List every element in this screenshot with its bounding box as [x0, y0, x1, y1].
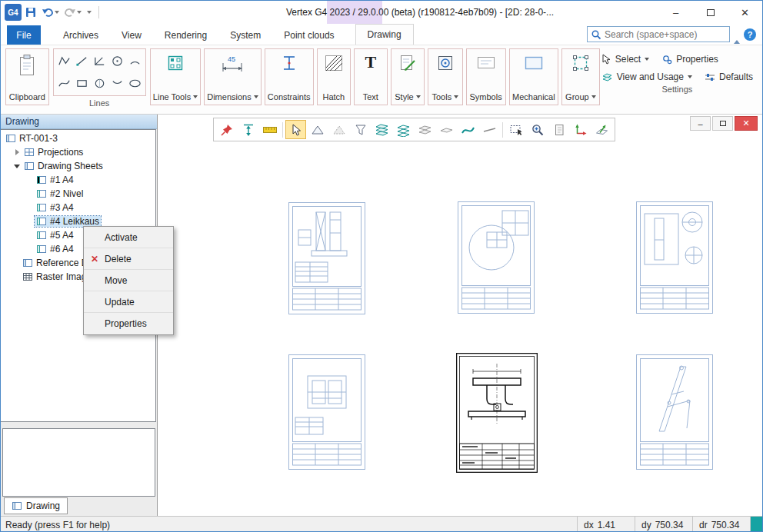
context-menu: Activate ✕Delete Move Update Properties	[83, 226, 174, 335]
tab-point-clouds[interactable]: Point clouds	[272, 25, 345, 45]
tools-button[interactable]: Tools	[428, 48, 462, 105]
select-button[interactable]: Select	[601, 54, 649, 65]
reference-doc-icon	[22, 258, 33, 268]
layers-off-icon[interactable]	[415, 120, 435, 139]
select-cursor-tool[interactable]	[285, 120, 306, 139]
text-button[interactable]: T Text	[354, 48, 388, 105]
tree-item-drawing-sheets[interactable]: Drawing Sheets	[1, 159, 155, 173]
triangle-tool-icon[interactable]	[307, 120, 328, 139]
chevron-down-icon[interactable]	[13, 162, 21, 170]
save-button[interactable]	[23, 4, 38, 21]
tree-item-label: Drawing Sheets	[38, 161, 103, 171]
context-menu-item-move[interactable]: Move	[84, 270, 173, 291]
clipboard-button[interactable]: Clipboard	[5, 48, 49, 105]
ruler-icon[interactable]	[259, 120, 280, 139]
status-dr: dr750.34	[692, 517, 750, 532]
plane-move-icon[interactable]	[591, 120, 612, 139]
paste-page-icon[interactable]	[548, 120, 569, 139]
rectangle-tool[interactable]	[73, 72, 91, 95]
context-menu-item-update[interactable]: Update	[84, 291, 173, 313]
angle-lines-tool[interactable]	[91, 50, 108, 72]
tab-rendering[interactable]: Rendering	[153, 25, 218, 45]
sheet-thumbnail-5-active[interactable]	[456, 353, 538, 473]
sheet-thumbnail-2[interactable]	[458, 201, 535, 314]
layers-on-icon[interactable]	[372, 120, 392, 139]
search-box[interactable]	[587, 26, 730, 42]
sheet-thumbnail-6[interactable]	[636, 354, 713, 470]
line-tools-button[interactable]: Line Tools	[150, 48, 202, 105]
triangle-dim-icon[interactable]	[328, 120, 349, 139]
layers-alt-icon[interactable]	[393, 120, 414, 139]
search-input[interactable]	[605, 29, 726, 40]
tab-view[interactable]: View	[110, 25, 153, 45]
collapse-ribbon-button[interactable]	[734, 29, 740, 40]
minimize-button[interactable]: –	[658, 1, 693, 24]
filter-icon[interactable]	[350, 120, 371, 139]
style-button[interactable]: Style	[391, 48, 425, 105]
text-icon: T	[365, 54, 377, 71]
layer-wave-icon[interactable]	[458, 120, 478, 139]
polyline-tool[interactable]	[55, 50, 73, 72]
hatch-icon	[324, 54, 344, 72]
symbols-icon	[475, 54, 497, 71]
context-menu-item-activate[interactable]: Activate	[84, 227, 173, 248]
drawing-canvas[interactable]: – ✕	[157, 115, 762, 516]
maximize-icon	[707, 9, 715, 16]
tab-archives[interactable]: Archives	[52, 25, 110, 45]
axis-icon[interactable]	[570, 120, 591, 139]
maximize-button[interactable]	[693, 1, 728, 24]
close-button[interactable]: ✕	[728, 1, 762, 24]
tree-item-sheet-3[interactable]: #3 A4	[1, 201, 155, 214]
context-menu-item-properties[interactable]: Properties	[84, 313, 173, 334]
ellipse-tool[interactable]	[126, 72, 144, 95]
toolbar-divider	[282, 122, 283, 138]
defaults-button[interactable]: Defaults	[705, 71, 753, 82]
sheet-restore-button[interactable]	[712, 116, 733, 131]
zoom-in-icon[interactable]	[527, 120, 548, 139]
circle-center-tool[interactable]	[108, 50, 126, 72]
panel-tab-strip: Drawing	[1, 497, 157, 515]
sheet-thumbnail-4[interactable]	[288, 354, 365, 470]
hatch-button[interactable]: Hatch	[317, 48, 351, 105]
tab-file[interactable]: File	[7, 25, 41, 45]
tree-item-projections[interactable]: Projections	[1, 145, 155, 159]
settings-group: Select Properties View and Usage Default…	[601, 48, 753, 94]
style-icon	[398, 54, 417, 72]
arc-3point-tool[interactable]	[108, 72, 126, 95]
layer-flat-icon[interactable]	[436, 120, 457, 139]
line-tool[interactable]	[73, 50, 91, 72]
tree-item-sheet-1[interactable]: #1 A4	[1, 173, 155, 187]
dimensions-button[interactable]: 45 Dimensions	[204, 48, 261, 105]
tab-system[interactable]: System	[218, 25, 272, 45]
tree-item-root[interactable]: RT-001-3	[1, 131, 155, 145]
chevron-right-icon[interactable]	[13, 148, 21, 156]
status-bar: Ready (press F1 for help) dx1.41 dy750.3…	[1, 516, 762, 532]
spline-tool[interactable]	[55, 72, 73, 95]
sheet-close-button[interactable]: ✕	[735, 116, 758, 131]
undo-button[interactable]	[40, 4, 61, 21]
app-icon[interactable]: G4	[5, 4, 22, 21]
context-menu-item-delete[interactable]: ✕Delete	[84, 248, 173, 270]
sheet-minimize-button[interactable]: –	[690, 116, 711, 131]
tab-drawing[interactable]: Drawing	[355, 24, 414, 45]
properties-button[interactable]: Properties	[661, 54, 718, 65]
help-button[interactable]: ?	[744, 28, 756, 41]
group-button[interactable]: Group	[561, 48, 600, 105]
select-box-icon[interactable]	[505, 120, 526, 139]
layer-line-icon[interactable]	[479, 120, 500, 139]
sheet-icon	[36, 189, 47, 198]
sheet-thumbnail-3[interactable]	[636, 201, 713, 314]
circle-tool[interactable]	[91, 72, 108, 95]
view-and-usage-button[interactable]: View and Usage	[601, 71, 692, 82]
constraints-button[interactable]: Constraints	[265, 48, 314, 105]
mechanical-button[interactable]: Mechanical	[509, 48, 558, 105]
panel-tab-drawing[interactable]: Drawing	[4, 497, 68, 514]
arc-tool[interactable]	[126, 50, 144, 72]
snap-vertical-icon[interactable]	[238, 120, 258, 139]
redo-button[interactable]	[62, 4, 83, 21]
tree-item-sheet-2[interactable]: #2 Nivel	[1, 187, 155, 201]
customize-quick-access-button[interactable]	[85, 4, 93, 21]
sheet-thumbnail-1[interactable]	[288, 202, 365, 314]
symbols-button[interactable]: Symbols	[466, 48, 506, 105]
pin-toolbar-icon[interactable]	[216, 120, 237, 139]
